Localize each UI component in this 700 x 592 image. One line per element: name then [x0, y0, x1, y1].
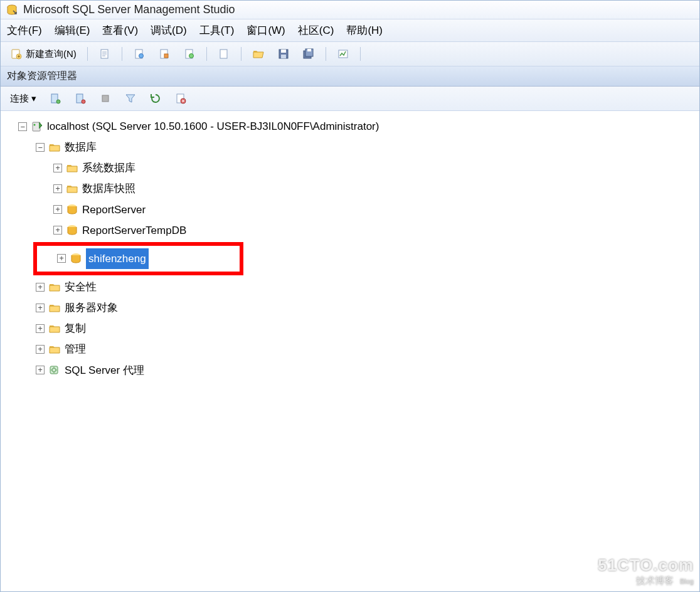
- expand-icon[interactable]: +: [53, 205, 62, 214]
- ssms-app-icon: [6, 4, 18, 16]
- tree-label-server: localhost (SQL Server 10.50.1600 - USER-…: [47, 116, 379, 137]
- file-icon: [98, 48, 111, 60]
- mdx-query-button[interactable]: [179, 45, 200, 63]
- report-button[interactable]: [170, 90, 191, 107]
- menu-tools[interactable]: 工具(T): [199, 23, 235, 38]
- tree-node-replication[interactable]: + 复制: [4, 318, 696, 339]
- svg-rect-7: [164, 54, 168, 58]
- menu-view[interactable]: 查看(V): [102, 23, 138, 38]
- svg-rect-13: [281, 55, 286, 58]
- tree-node-server-objects[interactable]: + 服务器对象: [4, 297, 696, 318]
- watermark: 51CTO.com 技术博客 Blog: [598, 556, 694, 587]
- menu-community[interactable]: 社区(C): [298, 23, 334, 38]
- svg-point-9: [189, 54, 193, 58]
- tree-label-management: 管理: [65, 339, 86, 359]
- menu-edit[interactable]: 编辑(E): [55, 23, 90, 38]
- toolbar-separator: [241, 47, 241, 61]
- expand-icon[interactable]: +: [36, 324, 45, 333]
- expand-icon[interactable]: +: [57, 254, 66, 263]
- menubar: 文件(F) 编辑(E) 查看(V) 调试(D) 工具(T) 窗口(W) 社区(C…: [1, 19, 699, 42]
- new-query-label: 新建查询(N): [26, 48, 77, 60]
- expand-icon[interactable]: +: [53, 184, 62, 193]
- tree-node-shifenzheng[interactable]: + shifenzheng: [40, 248, 237, 269]
- report-delete-icon: [174, 92, 187, 105]
- stop-button[interactable]: [95, 90, 116, 107]
- highlight-box: + shifenzheng: [33, 242, 243, 275]
- connect-server-button[interactable]: [45, 90, 66, 107]
- server-icon: [31, 121, 43, 132]
- save-button[interactable]: [273, 45, 294, 63]
- svg-point-21: [82, 100, 85, 103]
- toolbar-separator: [206, 47, 207, 61]
- expand-icon[interactable]: +: [36, 345, 45, 354]
- tree-node-snapshots[interactable]: + 数据库快照: [4, 178, 696, 199]
- page-blue-icon: [133, 48, 146, 60]
- menu-help[interactable]: 帮助(H): [346, 23, 383, 38]
- tree-label-sys-db: 系统数据库: [82, 157, 135, 178]
- new-file-button[interactable]: [213, 45, 235, 63]
- object-explorer-header: 对象资源管理器: [1, 66, 699, 87]
- object-explorer-tree[interactable]: − localhost (SQL Server 10.50.1600 - USE…: [1, 111, 699, 591]
- collapse-icon[interactable]: −: [18, 122, 27, 131]
- database-icon: [66, 225, 78, 236]
- folder-icon: [48, 142, 61, 153]
- watermark-line2: 技术博客 Blog: [598, 575, 694, 587]
- db-engine-query-button[interactable]: [129, 45, 150, 63]
- tree-label-reportserver-temp: ReportServerTempDB: [82, 220, 186, 241]
- expand-icon[interactable]: +: [53, 164, 62, 172]
- open-folder-button[interactable]: [248, 45, 269, 63]
- folder-open-icon: [252, 48, 265, 60]
- file-icon: [218, 48, 230, 60]
- new-query-button[interactable]: 新建查询(N): [6, 45, 81, 63]
- tree-node-system-databases[interactable]: + 系统数据库: [4, 157, 696, 178]
- main-toolbar: 新建查询(N): [1, 42, 699, 66]
- toolbar-separator: [360, 47, 361, 61]
- toolbar-separator: [87, 47, 88, 61]
- tree-label-agent: SQL Server 代理: [65, 360, 144, 381]
- menu-debug[interactable]: 调试(D): [151, 23, 187, 38]
- save-icon: [277, 48, 290, 60]
- chart-icon: [337, 48, 349, 60]
- refresh-button[interactable]: [145, 90, 166, 107]
- menu-file[interactable]: 文件(F): [7, 23, 42, 38]
- tree-label-security: 安全性: [65, 277, 97, 297]
- server-connect-icon: [49, 92, 61, 105]
- collapse-icon[interactable]: −: [36, 143, 45, 152]
- svg-rect-16: [307, 49, 311, 51]
- tree-node-management[interactable]: + 管理: [4, 339, 696, 359]
- expand-icon[interactable]: +: [36, 283, 45, 292]
- menu-window[interactable]: 窗口(W): [247, 23, 285, 38]
- tree-node-server[interactable]: − localhost (SQL Server 10.50.1600 - USE…: [4, 116, 696, 137]
- tree-node-reportserver-tempdb[interactable]: + ReportServerTempDB: [4, 220, 696, 241]
- tree-label-reportserver: ReportServer: [82, 199, 146, 220]
- tree-node-databases[interactable]: − 数据库: [4, 137, 696, 157]
- agent-icon: [48, 364, 61, 376]
- open-file-button[interactable]: [94, 45, 115, 63]
- expand-icon[interactable]: +: [36, 304, 45, 312]
- svg-rect-12: [281, 50, 286, 53]
- tree-label-snapshots: 数据库快照: [82, 178, 135, 199]
- folder-icon: [66, 162, 78, 174]
- expand-icon[interactable]: +: [53, 226, 62, 235]
- titlebar: Microsoft SQL Server Management Studio: [1, 1, 699, 19]
- toolbar-separator: [122, 47, 122, 61]
- server-disconnect-icon: [74, 92, 87, 105]
- tree-node-reportserver[interactable]: + ReportServer: [4, 199, 696, 220]
- tree-label-server-objects: 服务器对象: [65, 297, 118, 318]
- tree-node-agent[interactable]: + SQL Server 代理: [4, 360, 696, 381]
- database-icon: [66, 204, 78, 215]
- disconnect-button[interactable]: [70, 90, 91, 107]
- page-cube-icon: [158, 48, 171, 60]
- toolbar-separator: [326, 47, 326, 61]
- analysis-query-button[interactable]: [154, 45, 175, 63]
- tree-node-security[interactable]: + 安全性: [4, 277, 696, 297]
- connect-dropdown[interactable]: 连接 ▾: [6, 90, 41, 107]
- database-icon: [70, 253, 82, 264]
- expand-icon[interactable]: +: [36, 366, 45, 374]
- svg-rect-10: [220, 50, 227, 58]
- watermark-line1: 51CTO.com: [598, 556, 694, 575]
- save-all-button[interactable]: [298, 45, 319, 63]
- activity-monitor-button[interactable]: [332, 45, 354, 63]
- filter-button[interactable]: [120, 90, 141, 107]
- folder-icon: [66, 183, 78, 194]
